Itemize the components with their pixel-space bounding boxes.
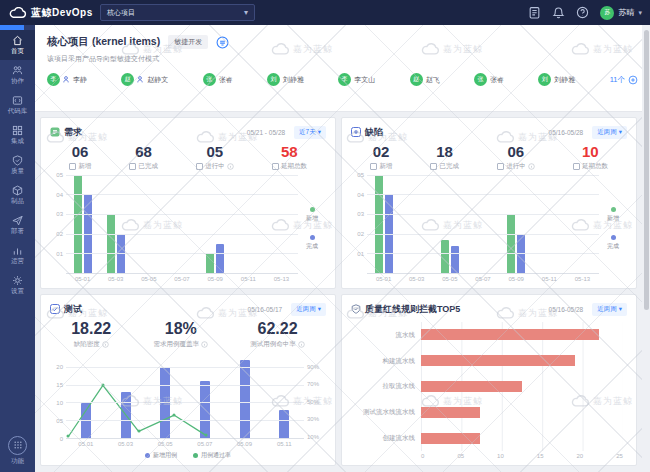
user-avatar: 苏 <box>600 6 614 20</box>
app-logo[interactable]: 蓝鲸DevOps <box>0 6 93 20</box>
sidebar-item-4[interactable]: 质量 <box>0 150 35 180</box>
legend-item[interactable]: 新增 <box>607 207 619 223</box>
sidebar-item-5[interactable]: 制品 <box>0 180 35 210</box>
bar <box>507 214 515 273</box>
testing-chart[interactable]: 005101520 05.0105.0305.0505.0705.0905.11… <box>50 353 326 449</box>
hbar-row: 测试流水线流水线 <box>421 407 623 418</box>
x-axis-tick: 05.07 <box>185 439 225 449</box>
scrollbar-thumb[interactable] <box>644 30 649 310</box>
testing-legend: 新增用例用例通过率 <box>50 449 326 461</box>
sidebar-item-8[interactable]: 设置 <box>0 270 35 300</box>
defects-icon <box>351 127 361 137</box>
avatar: 李 <box>338 73 351 86</box>
date-range: 05/21 - 05/28 <box>247 129 285 136</box>
avatar: 刘 <box>267 73 280 86</box>
legend-item[interactable]: 新增 <box>306 207 318 223</box>
help-icon[interactable] <box>576 6 589 19</box>
avatar: 赵 <box>121 73 134 86</box>
info-icon[interactable] <box>102 341 109 348</box>
member-chip[interactable]: 赵 赵飞 <box>410 73 440 86</box>
category-label: 测试流水线流水线 <box>363 408 415 417</box>
member-chip[interactable]: 李 李静 <box>47 73 87 86</box>
page-title: 核心项目 (kernel items) <box>47 35 160 49</box>
stat-label: 进行中 <box>205 162 225 171</box>
x-axis-tick: 05.03 <box>106 439 146 449</box>
plus-circle-icon <box>628 75 638 85</box>
legend-item[interactable]: 新增用例 <box>145 451 177 460</box>
y-axis-tick: 05 <box>56 418 63 424</box>
category-label: 流水线 <box>396 330 416 339</box>
legend-item[interactable]: 完成 <box>607 235 619 251</box>
stat-label: 进行中 <box>506 162 526 171</box>
info-icon[interactable] <box>298 341 305 348</box>
sidebar-item-label: 代码库 <box>8 108 28 115</box>
line-marker <box>137 430 140 433</box>
info-icon[interactable] <box>201 341 208 348</box>
y-axis-tick: 10 <box>56 400 63 406</box>
agile-badge: 敏捷开发 <box>168 35 208 49</box>
bar <box>375 175 383 273</box>
sidebar-item-2[interactable]: 代码库 <box>0 90 35 120</box>
card-title: 测试 <box>64 303 82 316</box>
legend-item[interactable]: 用例通过率 <box>193 451 231 460</box>
x-axis-tick: 05-01 <box>367 274 400 284</box>
member-chip[interactable]: 刘 刘静雅 <box>267 73 304 86</box>
avatar: 张 <box>474 73 487 86</box>
user-menu[interactable]: 苏 苏晴 ▾ <box>600 6 642 20</box>
x-axis-tick: 05-05 <box>132 274 165 284</box>
period-dropdown[interactable]: 近两周▾ <box>592 303 627 316</box>
period-dropdown[interactable]: 近两周▾ <box>291 303 326 316</box>
members-count: 11个 <box>610 75 625 85</box>
stat-label: 新增 <box>379 162 392 171</box>
members-more-button[interactable]: 11个 <box>610 75 638 85</box>
legend-item[interactable]: 完成 <box>306 235 318 251</box>
project-header: 核心项目 (kernel items) 敏捷开发 该项目采用产品导向型敏捷交付模… <box>35 25 650 112</box>
x-axis-tick: 05-07 <box>466 274 499 284</box>
bar <box>441 240 449 273</box>
main-content: 核心项目 (kernel items) 敏捷开发 该项目采用产品导向型敏捷交付模… <box>35 25 650 472</box>
sidebar-item-1[interactable]: 协作 <box>0 60 35 90</box>
member-chip[interactable]: 张 张睿 <box>203 73 233 86</box>
project-selector[interactable]: 核心项目 ▾ <box>100 4 255 21</box>
line-marker <box>173 413 176 416</box>
stat-value: 18% <box>165 321 197 338</box>
x-axis-tick: 05 <box>457 451 464 461</box>
member-list: 李 李静 赵 赵静文 张 张睿 刘 刘静雅 李 <box>47 73 638 86</box>
grid-icon <box>8 436 27 455</box>
date-range: 05/16-05/28 <box>549 129 584 136</box>
stat-icon <box>272 163 279 170</box>
info-icon[interactable] <box>227 163 234 170</box>
member-chip[interactable]: 刘 刘静雅 <box>538 73 575 86</box>
member-chip[interactable]: 赵 赵静文 <box>121 73 168 86</box>
info-icon[interactable] <box>528 163 535 170</box>
stat-value: 05 <box>207 144 224 160</box>
requirements-icon <box>50 127 60 137</box>
redline-chart[interactable]: 流水线构建流水线拉取流水线测试流水线流水线创建流水线 00510152025 <box>351 322 627 461</box>
docs-icon[interactable] <box>528 6 541 19</box>
bell-icon[interactable] <box>552 6 565 19</box>
member-chip[interactable]: 李 李文山 <box>338 73 375 86</box>
sidebar-item-label: 部署 <box>11 228 24 235</box>
sidebar-item-3[interactable]: 集成 <box>0 120 35 150</box>
category-label: 拉取流水线 <box>383 382 416 391</box>
sidebar-nav: 首页协作代码库集成质量制品部署运营设置 功能 <box>0 25 35 472</box>
y-axis-right-tick: 70% <box>307 381 319 387</box>
period-dropdown[interactable]: 近7天▾ <box>294 126 326 139</box>
sidebar-item-7[interactable]: 运营 <box>0 240 35 270</box>
x-axis-tick: 05.05 <box>145 439 185 449</box>
sidebar-item-functions[interactable]: 功能 <box>0 436 35 465</box>
member-chip[interactable]: 张 张睿 <box>474 73 504 86</box>
x-axis-tick: 05-13 <box>566 274 599 284</box>
period-dropdown[interactable]: 近两周▾ <box>592 126 627 139</box>
project-info-icon[interactable] <box>216 36 229 49</box>
x-axis-tick: 25 <box>616 451 623 461</box>
requirements-chart[interactable]: 0102030405 05-0105-0305-0505-0705-0905-1… <box>50 175 326 284</box>
sidebar-item-6[interactable]: 部署 <box>0 210 35 240</box>
scrollbar-track[interactable] <box>642 0 650 472</box>
x-axis-tick: 05.09 <box>225 439 265 449</box>
sidebar-item-0[interactable]: 首页 <box>0 30 35 60</box>
defects-chart[interactable]: 0102030405 05-0105-0305-0505-0705-0905-1… <box>351 175 627 284</box>
bar <box>421 329 599 340</box>
stat-label: 测试用例命中率 <box>250 340 296 349</box>
defects-card: 缺陷 05/16-05/28 近两周▾ 02 新增 18 已完成 06 进行中 <box>341 117 637 289</box>
